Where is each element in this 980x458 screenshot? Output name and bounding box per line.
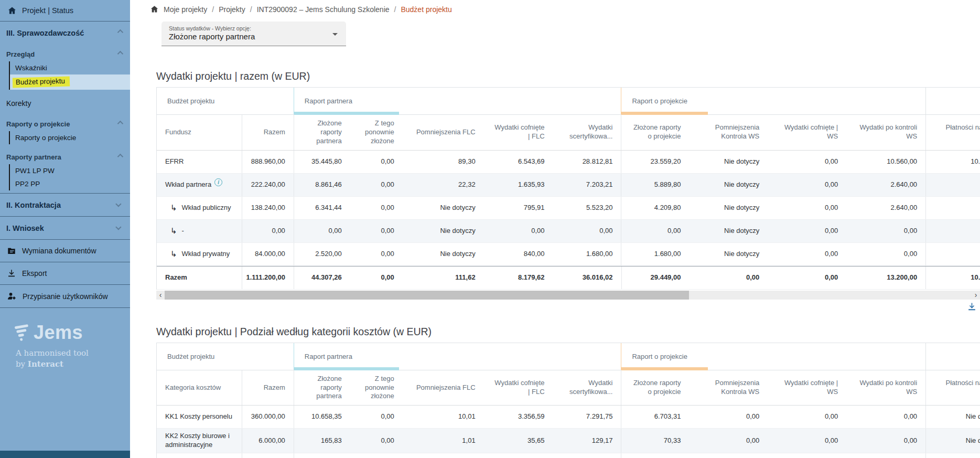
table-cell: 0,00 bbox=[768, 151, 846, 173]
sidebar-item-budżet-projektu[interactable]: Budżet projektu bbox=[10, 74, 130, 90]
sidebar-item-przypisanie-użytkowników[interactable]: Przypisanie użytkowników bbox=[0, 285, 130, 307]
sidebar-item-ii-kontraktacja[interactable]: II. Kontraktacja bbox=[0, 194, 130, 216]
table-cell: 36.016,02 bbox=[553, 267, 621, 289]
sidebar-item-iii-sprawozdawczość[interactable]: III. Sprawozdawczość bbox=[0, 22, 130, 44]
breadcrumb-separator: / bbox=[212, 5, 214, 14]
row-label: ↳Wkład publiczny bbox=[157, 197, 242, 219]
column-header: Wydatki cofnięte | WS bbox=[768, 370, 846, 406]
column-group-label: Raport o projekcie bbox=[632, 353, 687, 360]
table-cell: 7.291,75 bbox=[553, 406, 621, 428]
column-group-label: Raport partnera bbox=[305, 353, 352, 360]
table-cell: 10.658,35 bbox=[294, 406, 350, 428]
table-cell: 0,00 bbox=[350, 453, 403, 458]
row-label: ↳Wkład prywatny bbox=[157, 243, 242, 265]
table-row: ↳-0,000,000,00Nie dotyczy0,000,000,00Nie… bbox=[157, 220, 980, 243]
sidebar-item-i-wniosek[interactable]: I. Wniosek bbox=[0, 217, 130, 239]
scroll-left-icon[interactable]: ‹ bbox=[156, 291, 165, 300]
row-label-text: Wkład publiczny bbox=[182, 204, 231, 212]
sidebar-item-wymiana-dokumentów[interactable]: Wymiana dokumentów bbox=[0, 240, 130, 262]
table-cell: 99,49 bbox=[294, 453, 350, 458]
table-cell bbox=[925, 197, 980, 219]
table-cell: 111,62 bbox=[403, 267, 484, 289]
table-cell: 23.559,20 bbox=[621, 151, 689, 173]
column-header: Wydatki po kontroli WS bbox=[846, 115, 925, 150]
column-header: Razem bbox=[242, 370, 294, 406]
sidebar: Projekt | Status III. SprawozdawczośćPrz… bbox=[0, 0, 130, 458]
sidebar-item-raporty-partnera[interactable]: Raporty partnera bbox=[0, 147, 130, 164]
table-cell: 0,00 bbox=[768, 243, 846, 265]
column-group-header: Raport partnera bbox=[294, 88, 621, 114]
breadcrumb-item[interactable]: INT2900092 – Jems Schulung Szkolenie bbox=[257, 5, 390, 14]
breadcrumb-item[interactable]: Projekty bbox=[219, 5, 245, 14]
table-cell: 77,49 bbox=[553, 453, 621, 458]
sidebar-item-projekt-status[interactable]: Projekt | Status bbox=[0, 0, 130, 21]
chevron-down-icon bbox=[115, 201, 121, 207]
column-header: Złożone raporty o projekcie bbox=[621, 370, 689, 406]
scroll-right-icon[interactable]: › bbox=[972, 291, 980, 300]
table-cell: 0,00 bbox=[846, 243, 925, 265]
folder-icon bbox=[7, 246, 16, 255]
info-icon[interactable]: i bbox=[214, 178, 222, 186]
column-header: Wydatki po kontroli WS bbox=[846, 370, 925, 406]
main-area: Moje projekty / Projekty / INT2900092 – … bbox=[130, 0, 980, 458]
table-cell: 35.445,80 bbox=[294, 151, 350, 173]
breadcrumb-home-icon[interactable] bbox=[150, 5, 159, 14]
indent-arrow-icon: ↳ bbox=[170, 249, 177, 259]
table-cell: 0,00 bbox=[294, 220, 350, 242]
table-row: KK2 Koszty biurowe i administracyjne6.00… bbox=[157, 429, 980, 453]
sidebar-item-label: Budżet projektu bbox=[13, 76, 70, 88]
sidebar-item-label: Raporty o projekcie bbox=[6, 120, 70, 128]
breadcrumb-item[interactable]: Moje projekty bbox=[164, 5, 207, 14]
table-cell: 0,00 bbox=[846, 453, 925, 458]
scrollbar-track[interactable] bbox=[165, 291, 972, 300]
jems-logo-icon bbox=[15, 324, 31, 341]
home-icon bbox=[7, 6, 17, 15]
breadcrumb-separator: / bbox=[394, 5, 396, 14]
sidebar-item-label: Wskaźniki bbox=[15, 64, 47, 72]
table-cell: 129,17 bbox=[553, 429, 621, 453]
table-cell: 7.203,21 bbox=[553, 174, 621, 196]
column-group-header bbox=[925, 88, 980, 114]
sidebar-item-eksport[interactable]: Eksport bbox=[0, 262, 130, 284]
column-group-header: Budżet projektu bbox=[157, 343, 294, 370]
table-cell: 6.000,00 bbox=[242, 429, 294, 453]
row-label-text: KK1 Koszty personelu bbox=[165, 412, 232, 421]
sidebar-item-label: PP2 PP bbox=[15, 180, 40, 188]
sidebar-item-raporty-o-projekcie[interactable]: Raporty o projekcie bbox=[10, 131, 130, 144]
table-cell: 1.680,00 bbox=[553, 243, 621, 265]
table-cell: Nie dotyczy bbox=[403, 197, 484, 219]
table-cell: 44.307,26 bbox=[294, 267, 350, 289]
table-cell: 888.960,00 bbox=[242, 151, 294, 173]
jems-tagline: A harmonised tool by Interact bbox=[16, 348, 130, 370]
chevron-up-icon bbox=[117, 29, 123, 35]
sidebar-subitems: PW1 LP PWPP2 PP bbox=[9, 164, 130, 190]
sidebar-item-label: Raporty o projekcie bbox=[15, 134, 76, 142]
sidebar-item-raporty-o-projekcie[interactable]: Raporty o projekcie bbox=[0, 114, 130, 131]
sidebar-item-label: I. Wniosek bbox=[6, 224, 44, 232]
table-cell: 0,00 bbox=[484, 220, 553, 242]
table-cell: 0,00 bbox=[350, 243, 403, 265]
row-label: EFRR bbox=[157, 151, 242, 173]
sidebar-item-pw1-lp-pw[interactable]: PW1 LP PW bbox=[10, 164, 130, 177]
sidebar-item-korekty[interactable]: Korekty bbox=[0, 92, 130, 114]
table-cell: 89,30 bbox=[403, 151, 484, 173]
sidebar-item-przegląd[interactable]: Przegląd bbox=[0, 44, 130, 61]
expense-status-select[interactable]: Status wydatków - Wybierz opcję: Złożone… bbox=[161, 22, 346, 46]
sidebar-item-pp2-pp[interactable]: PP2 PP bbox=[10, 177, 130, 190]
table-cell: 42,19 bbox=[621, 453, 689, 458]
table-cell: 1.680,00 bbox=[621, 243, 689, 265]
table-cell: 222.240,00 bbox=[242, 174, 294, 196]
row-label-text: Wkład prywatny bbox=[182, 250, 230, 259]
table-cell bbox=[925, 220, 980, 242]
column-header: Pomniejszenia Kontrola WS bbox=[689, 370, 768, 406]
table-row: Razem1.111.200,0044.307,260,00111,628.17… bbox=[157, 266, 980, 290]
chevron-down-icon bbox=[115, 224, 121, 230]
horizontal-scrollbar[interactable]: ‹ › bbox=[156, 291, 980, 300]
breadcrumb: Moje projekty / Projekty / INT2900092 – … bbox=[150, 5, 980, 14]
scrollbar-thumb[interactable] bbox=[165, 291, 689, 300]
download-table-icon[interactable] bbox=[967, 302, 977, 313]
column-group-header: Raport o projekcie bbox=[621, 343, 925, 370]
sidebar-item-wskaźniki[interactable]: Wskaźniki bbox=[10, 61, 130, 74]
column-group-label: Budżet projektu bbox=[167, 353, 214, 360]
column-header: Złożone raporty partnera bbox=[294, 115, 350, 150]
